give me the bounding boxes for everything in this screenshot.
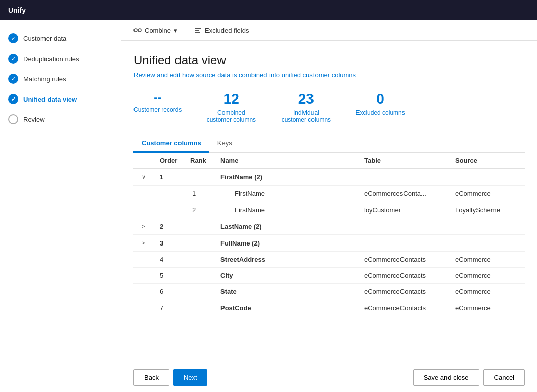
sidebar-label-customer-data: Customer data <box>23 35 66 42</box>
tab-keys-label: Keys <box>217 139 232 147</box>
name-cell: LastName (2) <box>214 218 358 235</box>
rank-cell: 2 <box>184 202 214 218</box>
subtitle: Review and edit how source data is combi… <box>133 71 525 79</box>
table-cell <box>358 218 449 235</box>
stat-value-combined-columns: 12 <box>206 91 256 107</box>
source-cell: eCommerce <box>449 300 525 316</box>
check-icon-deduplication-rules: ✓ <box>8 54 18 64</box>
expand-button[interactable]: > <box>140 222 147 230</box>
expand-cell <box>133 268 154 284</box>
table-cell <box>358 235 449 252</box>
app-title-bar: Unify <box>0 0 537 20</box>
source-cell: eCommerce <box>449 252 525 268</box>
rank-cell <box>184 218 214 235</box>
combine-icon <box>133 26 142 34</box>
back-label: Back <box>144 374 159 381</box>
sidebar-label-deduplication-rules: Deduplication rules <box>23 55 79 63</box>
table-cell: eCommerceContacts <box>358 284 449 300</box>
expand-cell <box>133 252 154 268</box>
name-cell: PostCode <box>214 300 358 316</box>
stat-label-customer-records: Customer records <box>133 106 182 113</box>
stat-value-customer-records: -- <box>133 91 182 104</box>
next-button[interactable]: Next <box>173 369 207 386</box>
source-cell <box>449 218 525 235</box>
expand-cell: > <box>133 235 154 252</box>
stat-excluded-columns: 0 Excluded columns <box>355 91 405 123</box>
cancel-label: Cancel <box>494 374 514 381</box>
name-cell: FirstName (2) <box>214 169 358 186</box>
page-title: Unified data view <box>133 53 525 67</box>
name-cell: FirstName <box>214 186 358 202</box>
name-cell: City <box>214 268 358 284</box>
table-row: 7 PostCode eCommerceContacts eCommerce <box>133 300 525 316</box>
footer-right: Save and close Cancel <box>413 369 525 386</box>
expand-button[interactable]: > <box>140 239 147 247</box>
sidebar-item-unified-data-view[interactable]: ✓ Unified data view <box>0 89 121 109</box>
sidebar-item-review[interactable]: Review <box>0 109 121 129</box>
svg-point-1 <box>138 29 141 32</box>
table-header-row: Order Rank Name Table <box>133 153 525 169</box>
table-body: ∨ 1 FirstName (2) 1 FirstName eCommerces… <box>133 169 525 316</box>
order-cell: 2 <box>154 218 184 235</box>
content-area: Combine ▾ Excluded fields Unified data v… <box>121 20 537 392</box>
name-cell: FirstName <box>214 202 358 218</box>
col-header-expand <box>133 153 154 169</box>
combine-label: Combine <box>145 27 171 34</box>
rank-cell <box>184 300 214 316</box>
rank-cell <box>184 252 214 268</box>
tab-customer-columns[interactable]: Customer columns <box>133 135 209 153</box>
table-cell: eCommercesConta... <box>358 186 449 202</box>
table-row: > 2 LastName (2) <box>133 218 525 235</box>
sidebar-item-matching-rules[interactable]: ✓ Matching rules <box>0 69 121 89</box>
back-button[interactable]: Back <box>133 369 169 386</box>
table-cell: eCommerceContacts <box>358 252 449 268</box>
stat-value-excluded-columns: 0 <box>355 91 405 107</box>
combine-dropdown-icon: ▾ <box>174 27 177 34</box>
col-header-source: Source <box>449 153 525 169</box>
rank-cell <box>184 169 214 186</box>
check-icon-unified-data-view: ✓ <box>8 94 18 104</box>
sidebar-label-unified-data-view: Unified data view <box>23 95 77 103</box>
tab-keys[interactable]: Keys <box>209 135 240 153</box>
stat-individual-columns: 23 Individual customer columns <box>281 91 331 123</box>
expand-cell <box>133 202 154 218</box>
expand-cell <box>133 300 154 316</box>
rank-cell <box>184 284 214 300</box>
name-cell: State <box>214 284 358 300</box>
stat-label-excluded-columns: Excluded columns <box>355 109 405 116</box>
excluded-fields-label: Excluded fields <box>205 27 249 34</box>
order-cell: 4 <box>154 252 184 268</box>
stats-row: -- Customer records 12 Combined customer… <box>133 91 525 123</box>
table-row: 6 State eCommerceContacts eCommerce <box>133 284 525 300</box>
table-row: > 3 FullName (2) <box>133 235 525 252</box>
order-cell: 7 <box>154 300 184 316</box>
rank-cell <box>184 235 214 252</box>
order-cell <box>154 186 184 202</box>
main-layout: ✓ Customer data ✓ Deduplication rules ✓ … <box>0 20 537 392</box>
expand-button[interactable]: ∨ <box>140 173 148 181</box>
combine-button[interactable]: Combine ▾ <box>129 24 182 36</box>
table-cell: loyCustomer <box>358 202 449 218</box>
source-cell: eCommerce <box>449 284 525 300</box>
cancel-button[interactable]: Cancel <box>483 369 525 386</box>
sidebar-item-customer-data[interactable]: ✓ Customer data <box>0 28 121 48</box>
source-cell <box>449 169 525 186</box>
expand-cell <box>133 186 154 202</box>
excluded-fields-icon <box>194 26 202 34</box>
col-header-name: Name <box>214 153 358 169</box>
stat-value-individual-columns: 23 <box>281 91 331 107</box>
order-cell <box>154 202 184 218</box>
excluded-fields-button[interactable]: Excluded fields <box>190 24 253 36</box>
stat-combined-columns: 12 Combined customer columns <box>206 91 256 123</box>
save-close-button[interactable]: Save and close <box>413 369 479 386</box>
rank-cell <box>184 268 214 284</box>
sidebar-item-deduplication-rules[interactable]: ✓ Deduplication rules <box>0 48 121 69</box>
toolbar: Combine ▾ Excluded fields <box>121 20 537 41</box>
sidebar: ✓ Customer data ✓ Deduplication rules ✓ … <box>0 20 121 392</box>
tabs-bar: Customer columns Keys <box>133 135 525 153</box>
svg-rect-3 <box>195 30 199 31</box>
source-cell: LoyaltyScheme <box>449 202 525 218</box>
next-label: Next <box>184 374 197 381</box>
order-cell: 3 <box>154 235 184 252</box>
customer-columns-table: Order Rank Name Table <box>133 153 525 316</box>
